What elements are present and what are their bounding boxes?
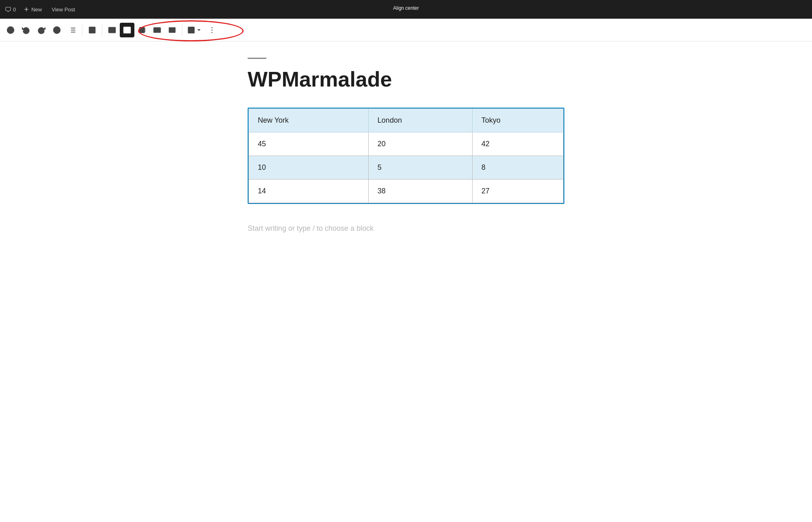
add-block-button[interactable] xyxy=(3,23,18,37)
align-right-button[interactable] xyxy=(135,23,149,37)
page-title: WPMarmalade xyxy=(248,67,564,91)
svg-point-41 xyxy=(212,27,213,28)
toolbar-sep-3 xyxy=(182,24,182,36)
table-header-row: New York London Tokyo xyxy=(249,109,564,132)
table-cell[interactable]: 14 xyxy=(249,180,369,203)
view-post-label: View Post xyxy=(52,6,75,13)
info-button[interactable] xyxy=(50,23,64,37)
table-block-wrapper[interactable]: New York London Tokyo 45 20 42 10 5 8 14 xyxy=(248,108,564,204)
svg-rect-32 xyxy=(154,28,161,32)
align-none-button[interactable] xyxy=(105,23,119,37)
table-row: 10 5 8 xyxy=(249,156,564,180)
table-cell[interactable]: 10 xyxy=(249,156,369,180)
toolbar: Align center xyxy=(0,19,812,41)
alignment-group xyxy=(105,23,179,37)
new-button[interactable]: New xyxy=(21,4,44,14)
comment-icon xyxy=(5,6,11,13)
table-cell[interactable]: 45 xyxy=(249,132,369,156)
new-label: New xyxy=(31,6,42,13)
align-full-button[interactable] xyxy=(165,23,179,37)
view-post-button[interactable]: View Post xyxy=(49,5,78,14)
table-cell[interactable]: 8 xyxy=(472,156,563,180)
comment-count: 0 xyxy=(13,6,16,13)
svg-rect-37 xyxy=(169,27,176,32)
table-header-cell-tokyo[interactable]: Tokyo xyxy=(472,109,563,132)
table-cell[interactable]: 20 xyxy=(368,132,472,156)
svg-rect-23 xyxy=(124,27,131,33)
table-cols-button[interactable] xyxy=(185,23,204,37)
align-center-button[interactable] xyxy=(120,23,134,37)
table-row: 14 38 27 xyxy=(249,180,564,203)
align-wide-button[interactable] xyxy=(150,23,164,37)
block-placeholder[interactable]: Start writing or type / to choose a bloc… xyxy=(248,220,564,237)
table-header-cell-london[interactable]: London xyxy=(368,109,472,132)
svg-rect-38 xyxy=(188,27,194,33)
table-block-button[interactable] xyxy=(85,23,99,37)
svg-rect-14 xyxy=(89,27,95,33)
undo-button[interactable] xyxy=(19,23,33,37)
table-header: New York London Tokyo xyxy=(249,109,564,132)
comment-area: 0 xyxy=(5,6,16,13)
svg-point-42 xyxy=(212,29,213,30)
table-cell[interactable]: 42 xyxy=(472,132,563,156)
more-options-button[interactable] xyxy=(205,23,219,37)
toolbar-sep-2 xyxy=(102,24,102,36)
toolbar-sep-1 xyxy=(82,24,82,36)
table-cell[interactable]: 5 xyxy=(368,156,472,180)
table-body: 45 20 42 10 5 8 14 38 27 xyxy=(249,132,564,203)
table-row: 45 20 42 xyxy=(249,132,564,156)
top-bar: 0 New View Post xyxy=(0,0,812,19)
svg-point-43 xyxy=(212,32,213,33)
table-cell[interactable]: 27 xyxy=(472,180,563,203)
data-table: New York London Tokyo 45 20 42 10 5 8 14 xyxy=(248,108,564,203)
table-header-cell-newyork[interactable]: New York xyxy=(249,109,369,132)
table-cell[interactable]: 38 xyxy=(368,180,472,203)
list-view-button[interactable] xyxy=(65,23,80,37)
content-area: WPMarmalade New York London Tokyo 45 20 … xyxy=(223,41,589,261)
title-divider xyxy=(248,58,266,59)
redo-button[interactable] xyxy=(34,23,49,37)
